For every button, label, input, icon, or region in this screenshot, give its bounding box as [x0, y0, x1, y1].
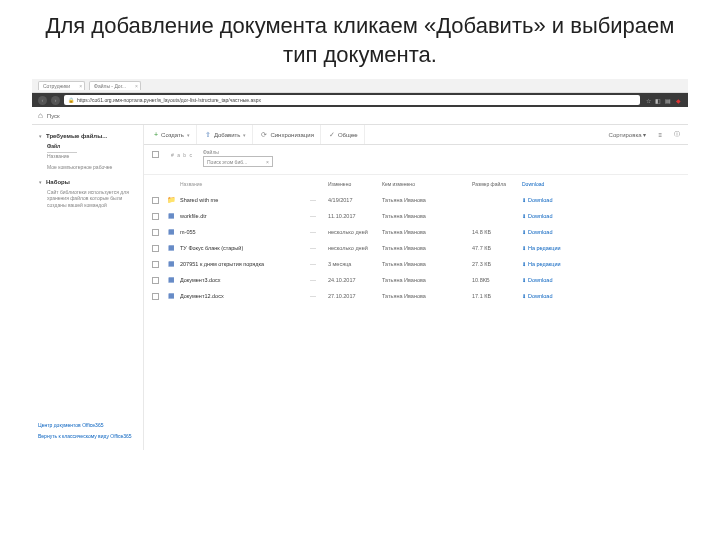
app-bar: ⌂ Пуск: [32, 107, 688, 125]
table-row[interactable]: 📁Shared with me⋯4/19/2017Татьяна Иванова…: [152, 192, 680, 208]
tab-label: Файлы - Дог...: [94, 83, 126, 89]
sidebar-sub-workspace[interactable]: Мое компьютерное рабочее: [47, 164, 137, 171]
sidebar-sub-file[interactable]: Файл: [47, 143, 77, 153]
info-icon[interactable]: ⓘ: [670, 128, 684, 141]
sidebar-item-sets[interactable]: ▾ Наборы: [38, 179, 137, 185]
close-icon[interactable]: ×: [135, 83, 138, 89]
generic-icon[interactable]: ▤: [664, 96, 672, 104]
download-icon: ⬇: [522, 213, 526, 219]
table-row[interactable]: ▦ТУ Фокус бланк (старый)⋯несколько днейТ…: [152, 240, 680, 256]
plus-icon: +: [154, 131, 158, 138]
col-date[interactable]: Изменено: [328, 181, 382, 187]
col-name[interactable]: Название: [180, 181, 310, 187]
close-icon[interactable]: ×: [79, 83, 82, 89]
more-icon[interactable]: ⋯: [310, 261, 328, 267]
url-bar: ‹ › 🔒 https://соб1.org.имя-портала.рунет…: [32, 93, 688, 107]
row-checkbox[interactable]: [152, 213, 159, 220]
browser-tab-1[interactable]: Сотрудники ×: [38, 81, 85, 90]
browser-tab-2[interactable]: Файлы - Дог... ×: [89, 81, 141, 90]
row-checkbox[interactable]: [152, 229, 159, 236]
select-all-checkbox[interactable]: [152, 151, 159, 158]
file-modified-by: Татьяна Иванова: [382, 277, 472, 283]
forward-icon[interactable]: ›: [51, 96, 60, 105]
file-icon: ▦: [166, 291, 176, 301]
file-name[interactable]: ТУ Фокус бланк (старый): [180, 245, 310, 251]
generic-icon[interactable]: ◧: [654, 96, 662, 104]
download-link[interactable]: ⬇Download: [522, 293, 582, 299]
col-size[interactable]: Размер файла: [472, 181, 522, 187]
lock-icon: 🔒: [68, 97, 74, 103]
clear-icon[interactable]: ×: [266, 159, 269, 165]
sidebar-item-label: Наборы: [46, 179, 137, 185]
add-button[interactable]: ⇧Добавить ▾: [199, 125, 254, 144]
more-icon[interactable]: ⋯: [310, 277, 328, 283]
star-icon[interactable]: ☆: [644, 96, 652, 104]
file-date: несколько дней: [328, 229, 382, 235]
more-icon[interactable]: ⋯: [310, 213, 328, 219]
more-icon[interactable]: ⋯: [310, 245, 328, 251]
sync-button[interactable]: ⟳Синхронизация: [255, 125, 320, 144]
chevron-down-icon: ▾: [187, 132, 190, 138]
table-row[interactable]: ▦Документ3.docx⋯24.10.2017Татьяна Иванов…: [152, 272, 680, 288]
more-icon[interactable]: ⋯: [310, 197, 328, 203]
link-classic-view[interactable]: Вернуть к классическому виду Office365: [38, 433, 132, 440]
download-icon: ⬇: [522, 229, 526, 235]
tab-label: Сотрудники: [43, 83, 70, 89]
file-name[interactable]: Shared with me: [180, 197, 310, 203]
share-button[interactable]: ✓Общее: [323, 125, 365, 144]
filter-label: Файлы: [203, 149, 273, 155]
table-row[interactable]: ▦m-055⋯несколько днейТатьяна Иванова14.8…: [152, 224, 680, 240]
alpha-filter[interactable]: # a b c: [171, 152, 193, 158]
sidebar-sub-name[interactable]: Название: [47, 153, 137, 160]
chevron-down-icon: ▾: [38, 179, 43, 185]
row-checkbox[interactable]: [152, 261, 159, 268]
download-link[interactable]: ⬇Download: [522, 213, 582, 219]
col-download[interactable]: Download: [522, 181, 582, 187]
download-link[interactable]: ⬇Download: [522, 197, 582, 203]
chevron-down-icon: ▾: [643, 131, 646, 138]
file-name[interactable]: m-055: [180, 229, 310, 235]
col-by[interactable]: Кем изменено: [382, 181, 472, 187]
back-icon[interactable]: ‹: [38, 96, 47, 105]
file-date: 24.10.2017: [328, 277, 382, 283]
search-input[interactable]: Поиск этом биб... ×: [203, 156, 273, 167]
table-row[interactable]: ▦207951 к дням открытия порядка⋯3 месяца…: [152, 256, 680, 272]
file-icon: ▦: [166, 211, 176, 221]
more-icon[interactable]: ⋯: [310, 229, 328, 235]
file-name[interactable]: Документ12.docx: [180, 293, 310, 299]
file-icon: 📁: [166, 195, 176, 205]
row-checkbox[interactable]: [152, 245, 159, 252]
home-label[interactable]: Пуск: [47, 113, 60, 119]
extension-icon[interactable]: ◆: [674, 96, 682, 104]
file-modified-by: Татьяна Иванова: [382, 229, 472, 235]
link-doc-center[interactable]: Центр документов Office365: [38, 422, 132, 429]
new-button[interactable]: +Создать ▾: [148, 125, 197, 144]
download-link[interactable]: ⬇На редакции: [522, 261, 582, 267]
download-link[interactable]: ⬇На редакции: [522, 245, 582, 251]
file-modified-by: Татьяна Иванова: [382, 293, 472, 299]
download-link[interactable]: ⬇Download: [522, 229, 582, 235]
home-icon[interactable]: ⌂: [38, 111, 43, 120]
table-row[interactable]: ▦Документ12.docx⋯27.10.2017Татьяна Ивано…: [152, 288, 680, 304]
sub-toolbar: # a b c Файлы Поиск этом биб... ×: [144, 145, 688, 175]
table-row[interactable]: ▦workfile.dtr⋯11.10.2017Татьяна Иванова⬇…: [152, 208, 680, 224]
app-window: Сотрудники × Файлы - Дог... × ‹ › 🔒 http…: [32, 79, 688, 450]
row-checkbox[interactable]: [152, 293, 159, 300]
more-icon[interactable]: ⋯: [310, 293, 328, 299]
file-date: 11.10.2017: [328, 213, 382, 219]
file-table: Название Изменено Кем изменено Размер фа…: [144, 175, 688, 312]
url-field[interactable]: 🔒 https://соб1.org.имя-портала.рунет/в_l…: [64, 95, 640, 105]
file-size: 14.8 КБ: [472, 229, 522, 235]
file-modified-by: Татьяна Иванова: [382, 213, 472, 219]
file-name[interactable]: workfile.dtr: [180, 213, 310, 219]
sidebar-item-recent[interactable]: ▾ Требуемые файлы...: [38, 133, 137, 139]
row-checkbox[interactable]: [152, 277, 159, 284]
sort-button[interactable]: Сортировка ▾: [605, 129, 651, 140]
row-checkbox[interactable]: [152, 197, 159, 204]
file-name[interactable]: 207951 к дням открытия порядка: [180, 261, 310, 267]
file-icon: ▦: [166, 259, 176, 269]
download-link[interactable]: ⬇Download: [522, 277, 582, 283]
file-name[interactable]: Документ3.docx: [180, 277, 310, 283]
view-toggle[interactable]: ≡: [654, 130, 666, 140]
browser-tabs-bar: Сотрудники × Файлы - Дог... ×: [32, 79, 688, 93]
